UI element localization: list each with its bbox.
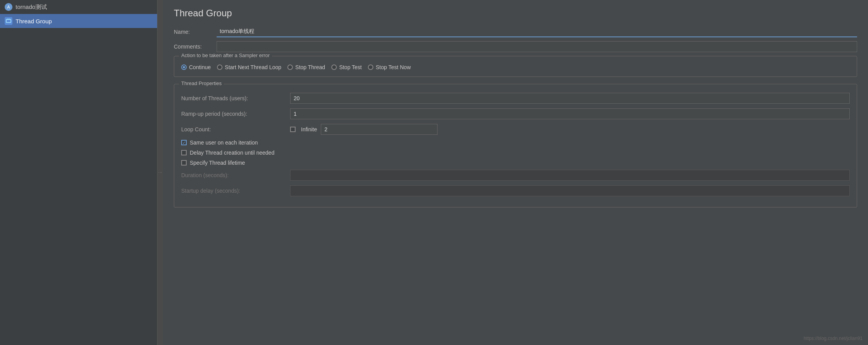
radio-start-next-circle [217,64,222,70]
radio-start-next-label: Start Next Thread Loop [225,64,281,70]
project-icon: A [5,3,12,11]
duration-input[interactable] [290,170,850,181]
loop-count-input[interactable] [321,124,438,135]
loop-count-row: Loop Count: Infinite [181,124,850,135]
radio-stop-thread-circle [287,64,293,70]
radio-stop-test-now[interactable]: Stop Test Now [368,64,411,70]
radio-continue[interactable]: Continue [181,64,211,70]
action-group-box: Action to be taken after a Sampler error… [174,56,857,77]
specify-lifetime-checkbox-item[interactable]: Specify Thread lifetime [181,160,850,166]
duration-label: Duration (seconds): [181,172,286,178]
sidebar-item-thread-group[interactable]: Thread Group [0,14,157,28]
page-title: Thread Group [174,8,857,19]
collapse-icon: ⋮ [158,171,163,174]
name-label: Name: [174,29,217,35]
loop-count-label: Loop Count: [181,126,286,132]
duration-row: Duration (seconds): [181,170,850,181]
delay-thread-label: Delay Thread creation until needed [190,150,275,156]
main-content: Thread Group Name: Comments: Action to b… [163,0,868,345]
specify-lifetime-checkbox[interactable] [181,160,187,166]
action-radio-group: Continue Start Next Thread Loop Stop Thr… [181,61,850,70]
ramp-up-input[interactable] [290,108,850,119]
sidebar-collapse-handle[interactable]: ⋮ [158,0,163,345]
delay-thread-checkbox-item[interactable]: Delay Thread creation until needed [181,150,850,156]
same-user-label: Same user on each iteration [190,139,258,146]
startup-delay-label: Startup delay (seconds): [181,188,286,194]
radio-stop-test-circle [331,64,337,70]
name-input[interactable] [217,26,857,37]
radio-stop-test-now-label: Stop Test Now [376,64,411,70]
svg-rect-0 [6,19,11,23]
startup-delay-row: Startup delay (seconds): [181,185,850,196]
num-threads-label: Number of Threads (users): [181,95,286,101]
sidebar-header: A tornado测试 [0,0,157,14]
radio-stop-test-now-circle [368,64,373,70]
ramp-up-label: Ramp-up period (seconds): [181,111,286,117]
name-row: Name: [174,26,857,37]
thread-properties-title: Thread Properties [179,80,224,86]
thread-group-label: Thread Group [16,18,52,24]
ramp-up-row: Ramp-up period (seconds): [181,108,850,119]
watermark: https://blog.csdn.net/jclian91 [804,336,863,341]
specify-lifetime-label: Specify Thread lifetime [190,160,245,166]
project-label: tornado测试 [16,3,47,11]
radio-start-next[interactable]: Start Next Thread Loop [217,64,281,70]
radio-stop-test-label: Stop Test [339,64,362,70]
radio-stop-test[interactable]: Stop Test [331,64,362,70]
thread-props-inner: Number of Threads (users): Ramp-up perio… [181,89,850,196]
comments-label: Comments: [174,44,217,50]
infinite-label: Infinite [301,126,317,132]
num-threads-row: Number of Threads (users): [181,93,850,104]
comments-input[interactable] [217,41,857,52]
action-group-title: Action to be taken after a Sampler error [179,52,272,58]
delay-thread-checkbox[interactable] [181,150,187,155]
num-threads-input[interactable] [290,93,850,104]
startup-delay-input[interactable] [290,185,850,196]
thread-group-icon [5,17,12,25]
infinite-checkbox[interactable] [290,127,296,132]
radio-continue-circle [181,64,187,70]
same-user-checkbox[interactable] [181,140,187,145]
radio-continue-label: Continue [189,64,211,70]
radio-stop-thread-label: Stop Thread [295,64,325,70]
sidebar: A tornado测试 Thread Group [0,0,158,345]
comments-row: Comments: [174,41,857,52]
radio-stop-thread[interactable]: Stop Thread [287,64,325,70]
same-user-checkbox-item[interactable]: Same user on each iteration [181,139,850,146]
thread-properties-group-box: Thread Properties Number of Threads (use… [174,84,857,207]
